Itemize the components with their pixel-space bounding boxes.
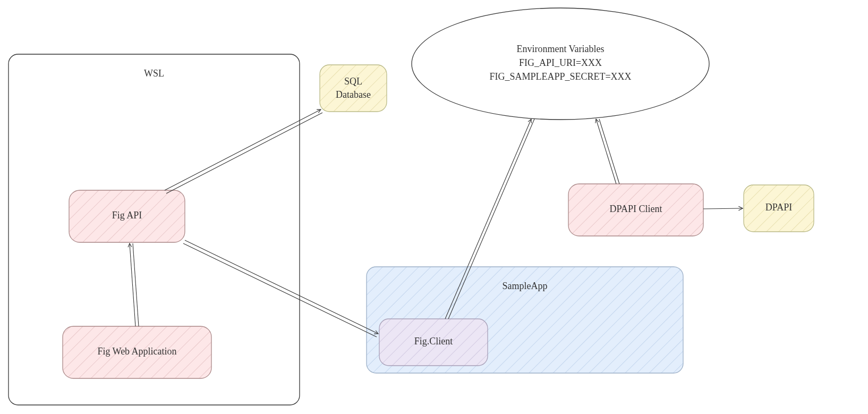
sampleapp-label: SampleApp [503,281,548,291]
arrow-figapi-to-figclient [183,240,378,337]
sql-database-node: SQL Database [320,65,387,112]
fig-client-label: Fig.Client [414,336,453,347]
arrow-dpapiclient-to-env [596,119,619,184]
fig-api-node: Fig API [69,190,185,242]
svg-line-19 [165,109,321,190]
svg-line-25 [596,119,616,184]
dpapi-node: DPAPI [744,185,814,232]
svg-line-22 [183,243,377,337]
env-vars-node: Environment Variables FIG_API_URI=XXX FI… [412,8,709,120]
svg-rect-11 [320,65,387,112]
dpapi-client-node: DPAPI Client [568,184,703,236]
fig-web-label: Fig Web Application [97,346,176,357]
svg-line-17 [130,243,135,326]
svg-line-27 [703,208,743,209]
arrow-dpapiclient-to-dpapi [703,208,743,209]
svg-line-21 [185,240,378,334]
dpapi-client-label: DPAPI Client [610,204,662,214]
sql-db-line1: SQL [344,76,362,87]
fig-web-node: Fig Web Application [63,326,211,378]
fig-api-label: Fig API [112,210,142,221]
svg-line-18 [133,243,139,326]
arrow-figweb-to-figapi [130,243,139,326]
svg-line-20 [166,113,322,193]
dpapi-label: DPAPI [765,202,792,213]
architecture-diagram: WSL Fig API Fig Web Application SQL Data… [0,0,868,414]
fig-client-node: Fig.Client [379,319,488,366]
arrow-figapi-to-sql [165,109,322,193]
svg-line-26 [599,119,619,184]
env-vars-line2: FIG_API_URI=XXX [519,57,602,68]
env-vars-title: Environment Variables [516,44,604,54]
sql-db-line2: Database [336,89,371,100]
env-vars-line3: FIG_SAMPLEAPP_SECRET=XXX [489,71,631,82]
wsl-label: WSL [144,68,164,79]
